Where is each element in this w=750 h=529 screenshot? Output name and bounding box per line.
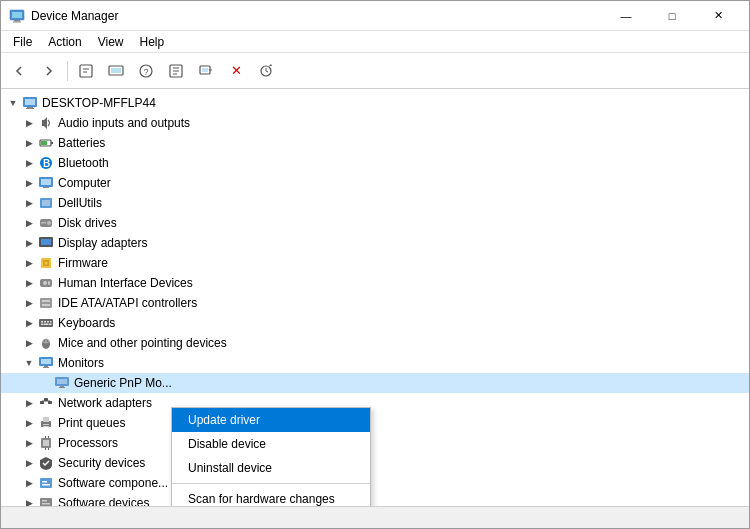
dellutils-chevron: ▶ xyxy=(21,195,37,211)
tree-item-softwaredev[interactable]: ▶ Software devices xyxy=(1,493,749,506)
context-menu: Update driver Disable device Uninstall d… xyxy=(171,407,371,506)
svg-rect-84 xyxy=(42,484,50,486)
generic-pnp-label: Generic PnP Mo... xyxy=(74,376,172,390)
svg-rect-37 xyxy=(41,239,51,245)
svg-rect-16 xyxy=(202,68,208,72)
tree-item-hid[interactable]: ▶ Human Interface Devices xyxy=(1,273,749,293)
svg-point-42 xyxy=(43,281,47,285)
root-label: DESKTOP-MFFLP44 xyxy=(42,96,156,110)
ctx-separator-1 xyxy=(172,483,370,484)
menu-help[interactable]: Help xyxy=(132,31,173,53)
svg-rect-32 xyxy=(42,200,50,206)
softwaredev-icon xyxy=(37,494,55,506)
ide-chevron: ▶ xyxy=(21,295,37,311)
scan-hardware-button[interactable] xyxy=(252,57,280,85)
svg-rect-47 xyxy=(39,319,53,327)
minimize-button[interactable]: — xyxy=(603,1,649,31)
tree-item-generic-pnp[interactable]: Generic PnP Mo... xyxy=(1,373,749,393)
tree-item-ide[interactable]: ▶ IDE ATA/ATAPI controllers xyxy=(1,293,749,313)
softwarecomp-icon xyxy=(37,474,55,492)
tree-item-computer[interactable]: ▶ Computer xyxy=(1,173,749,193)
scan-button[interactable] xyxy=(192,57,220,85)
menu-action[interactable]: Action xyxy=(40,31,89,53)
svg-rect-75 xyxy=(43,426,49,427)
svg-rect-86 xyxy=(42,500,47,502)
properties-button[interactable] xyxy=(72,57,100,85)
tree-item-bluetooth[interactable]: ▶ B Bluetooth xyxy=(1,153,749,173)
svg-rect-87 xyxy=(42,503,50,505)
firmware-label: Firmware xyxy=(58,256,108,270)
svg-rect-48 xyxy=(41,321,43,323)
tree-item-audio[interactable]: ▶ Audio inputs and outputs xyxy=(1,113,749,133)
keyboards-chevron: ▶ xyxy=(21,315,37,331)
svg-rect-29 xyxy=(41,179,51,185)
tree-item-display[interactable]: ▶ Display adapters xyxy=(1,233,749,253)
svg-rect-2 xyxy=(14,20,20,22)
app-icon xyxy=(9,8,25,24)
tree-item-diskdrives[interactable]: ▶ Disk drives xyxy=(1,213,749,233)
svg-rect-25 xyxy=(41,141,47,145)
security-label: Security devices xyxy=(58,456,145,470)
svg-rect-80 xyxy=(45,448,46,450)
svg-rect-51 xyxy=(50,321,52,323)
maximize-button[interactable]: □ xyxy=(649,1,695,31)
bluetooth-chevron: ▶ xyxy=(21,155,37,171)
svg-text:B: B xyxy=(43,158,50,169)
svg-point-34 xyxy=(47,221,51,225)
forward-button[interactable] xyxy=(35,57,63,85)
display-chevron: ▶ xyxy=(21,235,37,251)
svg-rect-79 xyxy=(48,436,49,438)
bluetooth-label: Bluetooth xyxy=(58,156,109,170)
svg-rect-45 xyxy=(42,300,50,302)
svg-rect-61 xyxy=(43,367,49,368)
ctx-disable-device[interactable]: Disable device xyxy=(172,432,370,456)
update-button[interactable] xyxy=(162,57,190,85)
svg-rect-20 xyxy=(25,99,35,105)
tree-item-monitors[interactable]: ▼ Monitors xyxy=(1,353,749,373)
close-button[interactable]: ✕ xyxy=(695,1,741,31)
svg-rect-74 xyxy=(43,424,49,425)
ctx-uninstall-device[interactable]: Uninstall device xyxy=(172,456,370,480)
svg-rect-21 xyxy=(27,107,33,108)
tree-item-firmware[interactable]: ▶ Firmware xyxy=(1,253,749,273)
tree-item-print[interactable]: ▶ Print queues xyxy=(1,413,749,433)
bluetooth-icon: B xyxy=(37,154,55,172)
processors-chevron: ▶ xyxy=(21,435,37,451)
computer-icon xyxy=(21,94,39,112)
dellutils-label: DellUtils xyxy=(58,196,102,210)
svg-rect-63 xyxy=(57,379,67,384)
tree-item-softwarecomp[interactable]: ▶ Software compone... xyxy=(1,473,749,493)
dellutils-icon xyxy=(37,194,55,212)
main-content: ▼ DESKTOP-MFFLP44 ▶ xyxy=(1,89,749,506)
svg-rect-46 xyxy=(42,304,50,306)
help-button[interactable]: ? xyxy=(132,57,160,85)
ctx-update-driver[interactable]: Update driver xyxy=(172,408,370,432)
tree-item-processors[interactable]: ▶ Processors xyxy=(1,433,749,453)
svg-rect-82 xyxy=(40,478,52,488)
tree-item-batteries[interactable]: ▶ Batteries xyxy=(1,133,749,153)
back-button[interactable] xyxy=(5,57,33,85)
menu-file[interactable]: File xyxy=(5,31,40,53)
tree-root[interactable]: ▼ DESKTOP-MFFLP44 xyxy=(1,93,749,113)
status-bar xyxy=(1,506,749,528)
show-devices-button[interactable] xyxy=(102,57,130,85)
batteries-icon xyxy=(37,134,55,152)
tree-item-security[interactable]: ▶ Security devices xyxy=(1,453,749,473)
svg-rect-54 xyxy=(49,324,52,326)
menu-view[interactable]: View xyxy=(90,31,132,53)
ctx-scan-hardware[interactable]: Scan for hardware changes xyxy=(172,487,370,506)
monitors-chevron: ▼ xyxy=(21,355,37,371)
device-tree[interactable]: ▼ DESKTOP-MFFLP44 ▶ xyxy=(1,89,749,506)
svg-rect-60 xyxy=(44,366,48,367)
mice-icon xyxy=(37,334,55,352)
uninstall-button[interactable]: ✕ xyxy=(222,57,250,85)
title-bar: Device Manager — □ ✕ xyxy=(1,1,749,31)
tree-item-network[interactable]: ▶ Network adapters xyxy=(1,393,749,413)
svg-rect-22 xyxy=(26,108,34,109)
processors-icon xyxy=(37,434,55,452)
audio-icon xyxy=(37,114,55,132)
tree-item-mice[interactable]: ▶ Mice and other pointing devices xyxy=(1,333,749,353)
tree-item-keyboards[interactable]: ▶ Keyboards xyxy=(1,313,749,333)
tree-item-dellutils[interactable]: ▶ DellUtils xyxy=(1,193,749,213)
diskdrives-label: Disk drives xyxy=(58,216,117,230)
